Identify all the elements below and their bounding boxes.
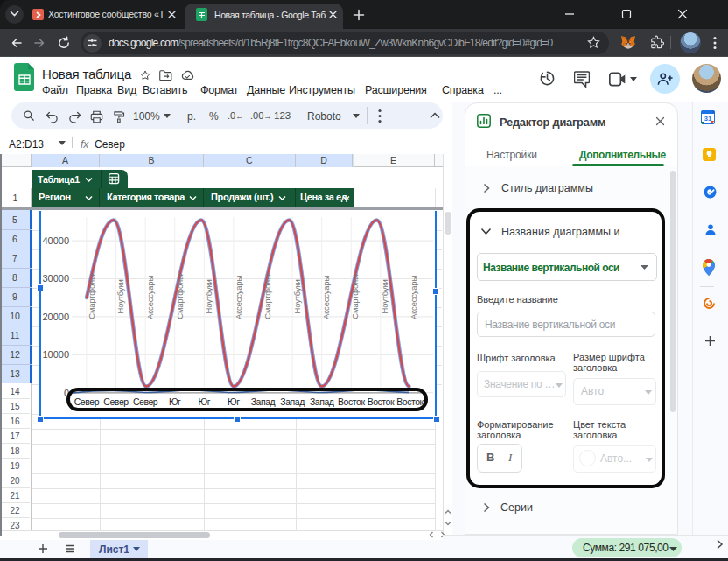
svg-text:40000: 40000 [42,235,69,246]
svg-text:31: 31 [704,115,711,123]
svg-text:30000: 30000 [42,273,69,284]
svg-text:10000: 10000 [42,349,69,360]
svg-text:20000: 20000 [42,312,69,322]
